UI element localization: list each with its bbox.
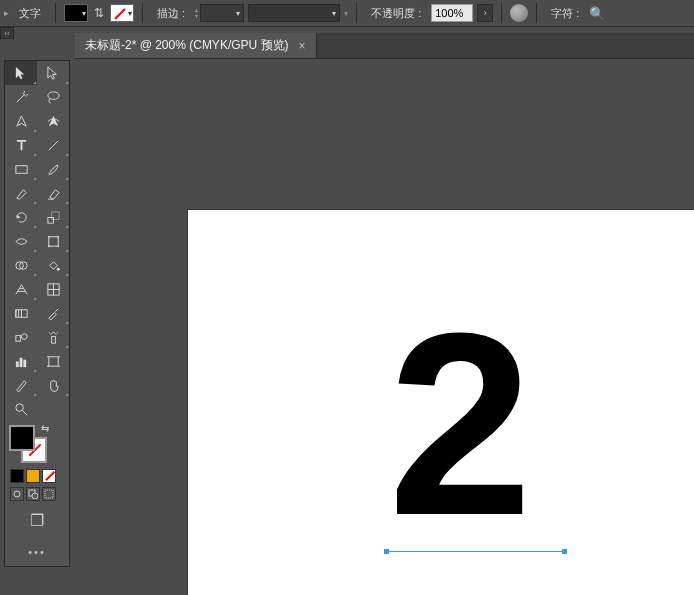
edit-toolbar-button[interactable]: ••• (5, 538, 69, 566)
svg-point-0 (47, 91, 58, 99)
svg-point-11 (56, 267, 59, 270)
color-mode-row (5, 467, 69, 485)
opacity-input[interactable]: 100% (431, 4, 473, 22)
shaper-tool[interactable] (5, 181, 37, 205)
svg-rect-27 (45, 490, 53, 498)
line-segment-tool[interactable] (37, 133, 69, 157)
paintbrush-tool[interactable] (37, 157, 69, 181)
color-swatch-none[interactable] (42, 469, 56, 483)
perspective-grid-tool[interactable] (5, 277, 37, 301)
svg-rect-20 (19, 357, 22, 366)
document-tab-title: 未标题-2* @ 200% (CMYK/GPU 预览) (85, 37, 289, 54)
live-paint-bucket-tool[interactable] (37, 253, 69, 277)
svg-rect-3 (51, 211, 59, 219)
svg-rect-22 (48, 356, 57, 365)
svg-rect-1 (15, 165, 26, 173)
fill-proxy[interactable] (9, 425, 35, 451)
blend-tool[interactable] (5, 325, 37, 349)
artboard[interactable]: 2 (188, 210, 694, 595)
swap-proxy-icon[interactable]: ⇆ (41, 423, 49, 434)
rectangle-tool[interactable] (5, 157, 37, 181)
opacity-label: 不透明度 : (365, 6, 427, 21)
recolor-icon[interactable] (510, 4, 528, 22)
svg-point-23 (15, 403, 23, 411)
magic-wand-tool[interactable] (5, 85, 37, 109)
direct-selection-tool[interactable] (37, 61, 69, 85)
fill-stroke-proxy[interactable]: ⇆ (5, 421, 69, 467)
close-icon[interactable]: × (299, 39, 306, 53)
document-tab[interactable]: 未标题-2* @ 200% (CMYK/GPU 预览) × (75, 33, 317, 58)
lasso-tool[interactable] (37, 85, 69, 109)
selection-handle-right[interactable] (562, 549, 567, 554)
artboard-tool[interactable] (37, 349, 69, 373)
svg-point-7 (47, 245, 49, 247)
svg-point-17 (49, 332, 50, 333)
pen-tool[interactable] (5, 109, 37, 133)
tool-mode-label: 文字 (13, 6, 47, 21)
stroke-profile-dropdown[interactable] (248, 4, 340, 22)
svg-point-5 (47, 235, 49, 237)
draw-behind-mode[interactable] (26, 487, 40, 501)
screen-mode-icon[interactable]: ❐ (30, 511, 44, 530)
color-swatch-orange[interactable] (26, 469, 40, 483)
opacity-more-button[interactable]: › (477, 4, 493, 22)
curvature-tool[interactable] (37, 109, 69, 133)
no-selection-icon: ▸ (4, 8, 9, 18)
zoom-tool[interactable] (5, 397, 37, 421)
document-tab-bar: 未标题-2* @ 200% (CMYK/GPU 预览) × (75, 33, 694, 59)
options-bar: ▸ 文字 ⇅ 描边 : ▴▾ ▾ 不透明度 : 100% › 字符 : 🔍 (0, 0, 694, 27)
svg-point-18 (56, 332, 57, 333)
svg-point-24 (14, 491, 20, 497)
svg-rect-19 (15, 361, 18, 367)
symbol-sprayer-tool[interactable] (37, 325, 69, 349)
stroke-weight-field[interactable]: ▴▾ (195, 4, 244, 22)
svg-point-15 (21, 333, 27, 339)
stroke-label: 描边 : (151, 6, 191, 21)
fill-color-swatch[interactable] (64, 4, 88, 22)
swap-fill-stroke-icon[interactable]: ⇅ (92, 6, 106, 20)
svg-rect-16 (51, 336, 55, 343)
draw-inside-mode[interactable] (42, 487, 56, 501)
hand-tool[interactable] (37, 373, 69, 397)
type-tool[interactable] (5, 133, 37, 157)
stroke-weight-dropdown[interactable] (200, 4, 244, 22)
text-baseline-indicator (386, 551, 566, 552)
svg-point-6 (57, 235, 59, 237)
tools-panel: ⇆ ❐ ••• (4, 60, 70, 567)
free-transform-tool[interactable] (37, 229, 69, 253)
panel-collapse-handle[interactable]: ‹‹ (0, 27, 14, 39)
eraser-tool[interactable] (37, 181, 69, 205)
gradient-tool[interactable] (5, 301, 37, 325)
svg-point-26 (32, 493, 38, 499)
scale-tool[interactable] (37, 205, 69, 229)
svg-point-8 (57, 245, 59, 247)
search-icon[interactable]: 🔍 (589, 6, 605, 21)
mesh-tool[interactable] (37, 277, 69, 301)
draw-normal-mode[interactable] (10, 487, 24, 501)
svg-rect-21 (23, 359, 26, 367)
svg-rect-4 (48, 236, 57, 245)
shape-builder-tool[interactable] (5, 253, 37, 277)
text-object[interactable]: 2 (388, 275, 523, 574)
svg-rect-14 (15, 335, 20, 341)
column-graph-tool[interactable] (5, 349, 37, 373)
stroke-color-swatch[interactable] (110, 4, 134, 22)
slice-tool[interactable] (5, 373, 37, 397)
selection-tool[interactable] (5, 61, 37, 85)
selection-handle-left[interactable] (384, 549, 389, 554)
rotate-tool[interactable] (5, 205, 37, 229)
canvas-viewport[interactable]: 2 (75, 59, 694, 595)
character-label: 字符 : (545, 6, 585, 21)
eyedropper-tool[interactable] (37, 301, 69, 325)
draw-mode-row (5, 485, 69, 503)
svg-rect-2 (47, 217, 53, 223)
width-tool[interactable] (5, 229, 37, 253)
color-swatch-black[interactable] (10, 469, 24, 483)
